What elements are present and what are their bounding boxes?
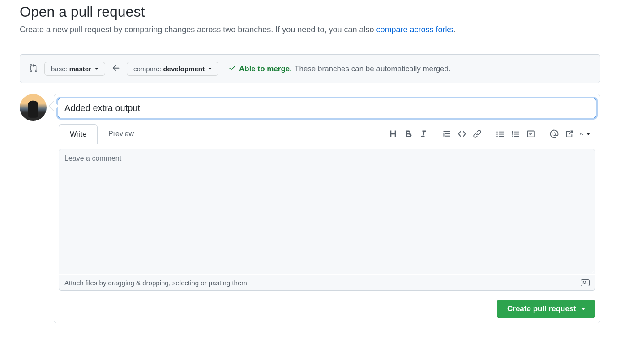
heading-icon[interactable] — [388, 128, 398, 139]
page-title: Open a pull request — [20, 4, 600, 20]
quote-icon[interactable] — [441, 128, 452, 139]
compare-branch-value: development — [163, 65, 205, 73]
unordered-list-icon[interactable] — [495, 128, 506, 139]
ordered-list-icon[interactable] — [510, 128, 521, 139]
mention-icon[interactable] — [549, 128, 560, 139]
attach-files-bar[interactable]: Attach files by dragging & dropping, sel… — [59, 275, 595, 291]
tab-write[interactable]: Write — [59, 124, 98, 144]
create-pull-request-button[interactable]: Create pull request — [497, 300, 595, 318]
avatar[interactable] — [20, 94, 47, 121]
comment-form: Write Preview — [20, 94, 600, 323]
chevron-down-icon — [95, 68, 98, 70]
task-list-icon[interactable] — [526, 128, 536, 139]
chevron-down-icon — [586, 133, 590, 135]
submit-label: Create pull request — [507, 304, 576, 313]
tab-preview[interactable]: Preview — [98, 124, 145, 144]
base-branch-dropdown[interactable]: base: master — [44, 62, 105, 76]
page-subtitle: Create a new pull request by comparing c… — [20, 24, 600, 36]
subtitle-after: . — [453, 25, 456, 34]
check-icon — [228, 64, 236, 74]
editor-toolbar: Write Preview — [54, 124, 600, 144]
base-label: base: — [51, 65, 68, 73]
reply-icon[interactable] — [579, 128, 590, 139]
merge-status: Able to merge. These branches can be aut… — [228, 64, 451, 74]
chevron-down-icon — [208, 68, 212, 70]
page-header: Open a pull request Create a new pull re… — [20, 0, 600, 43]
chevron-down-icon — [582, 308, 585, 310]
cross-reference-icon[interactable] — [564, 128, 575, 139]
compare-label: compare: — [133, 65, 162, 73]
comment-card: Write Preview — [54, 94, 600, 323]
merge-status-detail: These branches can be automatically merg… — [295, 64, 451, 73]
code-icon[interactable] — [457, 128, 467, 139]
italic-icon[interactable] — [418, 128, 429, 139]
git-compare-icon — [29, 64, 38, 74]
merge-status-title: Able to merge. — [239, 64, 292, 73]
markdown-icon[interactable]: M↓ — [581, 279, 590, 286]
bold-icon[interactable] — [403, 128, 414, 139]
attach-hint: Attach files by dragging & dropping, sel… — [64, 279, 249, 287]
subtitle-text: Create a new pull request by comparing c… — [20, 25, 376, 34]
comment-textarea[interactable] — [59, 149, 595, 274]
compare-forks-link[interactable]: compare across forks — [376, 25, 453, 34]
compare-branch-dropdown[interactable]: compare: development — [127, 62, 218, 76]
link-icon[interactable] — [472, 128, 483, 139]
base-branch-value: master — [69, 65, 91, 73]
arrow-left-icon — [111, 64, 120, 74]
branch-compare-box: base: master compare: development Able t… — [20, 54, 600, 83]
pr-title-input[interactable] — [58, 98, 596, 118]
